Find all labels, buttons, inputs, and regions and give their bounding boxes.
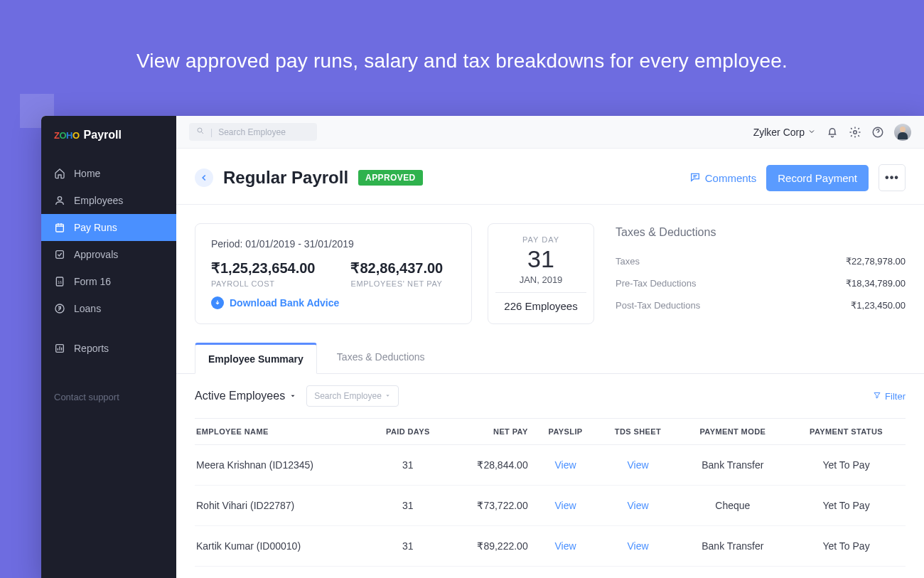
table-row[interactable]: Meera Krishnan (ID12345) 31 ₹28,844.00 V… [195, 445, 906, 486]
comments-label: Comments [705, 172, 757, 184]
home-icon [54, 168, 65, 179]
hero-tagline: View approved pay runs, salary and tax b… [0, 0, 924, 101]
tax-row: Post-Tax Deductions ₹1,23,450.00 [616, 294, 906, 316]
filter-label: Filter [885, 391, 906, 402]
taxes-card: Taxes & Deductions Taxes ₹22,78,978.00 P… [610, 223, 906, 324]
avatar[interactable] [894, 124, 911, 141]
employee-table: EMPLOYEE NAME PAID DAYS NET PAY PAYSLIP … [176, 418, 924, 567]
main: | Search Employee Zylker Corp [176, 116, 924, 578]
sidebar-item-label: Employees [74, 195, 123, 206]
nav: Home Employees Pay Runs Approvals [41, 156, 176, 366]
tds-link[interactable]: View [627, 500, 648, 511]
svg-point-0 [58, 197, 61, 200]
tds-link[interactable]: View [627, 459, 648, 471]
back-button[interactable] [195, 168, 213, 187]
cell-net: ₹73,722.00 [446, 486, 533, 526]
cell-status: Yet To Pay [787, 486, 906, 526]
payroll-cost-card: Period: 01/01/2019 - 31/01/2019 ₹1,25,23… [195, 223, 472, 324]
record-payment-button[interactable]: Record Payment [766, 165, 869, 191]
sidebar-item-approvals[interactable]: Approvals [41, 241, 176, 268]
sidebar-item-form16[interactable]: 16 Form 16 [41, 268, 176, 295]
form-icon: 16 [54, 276, 65, 287]
gear-icon[interactable] [849, 126, 861, 139]
search-input[interactable]: | Search Employee [189, 123, 317, 141]
table-header-row: EMPLOYEE NAME PAID DAYS NET PAY PAYSLIP … [195, 419, 906, 445]
comments-link[interactable]: Comments [689, 171, 757, 185]
filter-button[interactable]: Filter [873, 391, 906, 402]
org-switcher[interactable]: Zylker Corp [753, 127, 816, 138]
payroll-cost-label: PAYROLL COST [211, 279, 315, 288]
tax-row: Taxes ₹22,78,978.00 [616, 250, 906, 272]
col-net-pay: NET PAY [446, 419, 533, 445]
help-icon[interactable] [871, 126, 884, 139]
app-window: ZOHO Payroll Home Employees Pay Runs [41, 116, 924, 578]
employee-filter-dropdown[interactable]: Active Employees [195, 390, 296, 402]
payslip-link[interactable]: View [555, 459, 576, 471]
sidebar-item-home[interactable]: Home [41, 160, 176, 187]
org-name: Zylker Corp [753, 127, 805, 138]
dropdown-label: Active Employees [195, 390, 285, 402]
bell-icon[interactable] [826, 126, 839, 139]
sidebar-item-payruns[interactable]: Pay Runs [41, 214, 176, 241]
contact-support[interactable]: Contact support [41, 379, 176, 415]
tax-row-value: ₹22,78,978.00 [846, 256, 906, 267]
cell-paid: 31 [369, 526, 446, 567]
sidebar: ZOHO Payroll Home Employees Pay Runs [41, 116, 176, 578]
sidebar-item-reports[interactable]: Reports [41, 335, 176, 362]
download-label: Download Bank Advice [230, 297, 339, 309]
search-icon [196, 127, 205, 137]
page-title: Regular Payroll [223, 168, 348, 188]
summary-section: Period: 01/01/2019 - 31/01/2019 ₹1,25,23… [176, 205, 924, 343]
logo: ZOHO Payroll [41, 116, 176, 156]
tab-taxes-deductions[interactable]: Taxes & Deductions [324, 343, 438, 373]
more-menu[interactable]: ••• [879, 164, 906, 191]
cell-paid: 31 [369, 486, 446, 526]
comment-icon [689, 171, 701, 185]
search-placeholder: Search Employee [218, 127, 286, 137]
tax-row-value: ₹1,23,450.00 [851, 300, 906, 311]
tax-row-key: Post-Tax Deductions [616, 300, 700, 311]
period-value: 01/01/2019 - 31/01/2019 [245, 238, 354, 250]
col-paid-days: PAID DAYS [369, 419, 446, 445]
sidebar-item-label: Reports [74, 343, 109, 354]
payday-employee-count: 226 Employees [498, 300, 584, 312]
chevron-down-icon [807, 127, 816, 138]
rupee-icon [54, 303, 65, 314]
person-icon [54, 195, 65, 206]
period-label: Period: [211, 238, 242, 250]
svg-rect-1 [56, 224, 64, 232]
employee-search-input[interactable]: Search Employee [306, 385, 399, 407]
filter-icon [873, 391, 881, 402]
payday-label: PAY DAY [498, 235, 584, 244]
tds-link[interactable]: View [627, 540, 648, 552]
cell-status: Yet To Pay [787, 445, 906, 486]
sidebar-item-label: Pay Runs [74, 222, 117, 233]
payslip-link[interactable]: View [555, 540, 576, 552]
sidebar-item-employees[interactable]: Employees [41, 187, 176, 214]
cell-mode: Cheque [679, 486, 788, 526]
download-bank-advice[interactable]: Download Bank Advice [211, 296, 456, 309]
col-payslip: PAYSLIP [534, 419, 598, 445]
cell-name: Rohit Vihari (ID22787) [195, 486, 369, 526]
payslip-link[interactable]: View [555, 500, 576, 511]
download-icon [211, 296, 224, 309]
payday-month: JAN, 2019 [498, 274, 584, 285]
table-row[interactable]: Kartik Kumar (ID00010) 31 ₹89,222.00 Vie… [195, 526, 906, 567]
cell-name: Kartik Kumar (ID00010) [195, 526, 369, 567]
sidebar-item-label: Approvals [74, 249, 118, 260]
page-header: Regular Payroll APPROVED Comments Record… [176, 149, 924, 205]
sidebar-item-loans[interactable]: Loans [41, 295, 176, 322]
app-name: Payroll [84, 129, 122, 141]
cell-net: ₹89,222.00 [446, 526, 533, 567]
caret-down-icon [289, 390, 296, 402]
svg-point-8 [854, 130, 857, 134]
chart-icon [54, 343, 65, 354]
net-pay-label: EMPLOYEES' NET PAY [350, 279, 443, 288]
tax-row-value: ₹18,34,789.00 [846, 278, 906, 289]
tab-employee-summary[interactable]: Employee Summary [195, 343, 317, 374]
cell-name: Meera Krishnan (ID12345) [195, 445, 369, 486]
tabs: Employee Summary Taxes & Deductions [176, 343, 924, 374]
col-tds-sheet: TDS SHEET [597, 419, 678, 445]
table-row[interactable]: Rohit Vihari (ID22787) 31 ₹73,722.00 Vie… [195, 486, 906, 526]
cell-mode: Bank Transfer [679, 526, 788, 567]
